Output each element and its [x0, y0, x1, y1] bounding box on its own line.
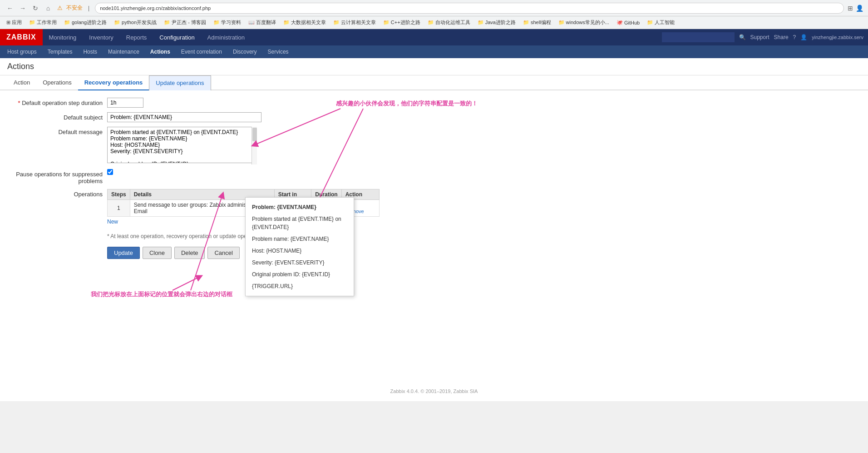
- tab-recovery-operations[interactable]: Recovery operations: [78, 75, 149, 90]
- profile-icon[interactable]: 👤: [856, 5, 863, 12]
- menu-monitoring[interactable]: Monitoring: [43, 29, 83, 45]
- subnav-templates[interactable]: Templates: [42, 45, 78, 58]
- top-nav-right: 🔍 Support Share ? 👤 yinzhengjie.zabbix.s…: [662, 32, 868, 42]
- extensions-icon[interactable]: ⊞: [848, 5, 853, 12]
- warning-row: * At least one operation, recovery opera…: [7, 229, 861, 239]
- textarea-scrollbar[interactable]: [252, 127, 257, 164]
- menu-configuration[interactable]: Configuration: [153, 29, 201, 45]
- default-subject-input[interactable]: [107, 112, 261, 122]
- tab-update-operations[interactable]: Update operations: [149, 75, 211, 90]
- scrollbar-thumb: [252, 128, 257, 141]
- step-duration-label: Default operation step duration: [7, 98, 107, 106]
- page-heading: Actions: [0, 58, 868, 75]
- subnav-hosts[interactable]: Hosts: [78, 45, 103, 58]
- zabbix-app: ZABBIX Monitoring Inventory Reports Conf…: [0, 29, 868, 401]
- bookmark-python[interactable]: 📁 python开发实战: [111, 18, 159, 27]
- user-icon[interactable]: 👤: [800, 34, 807, 40]
- bookmark-common[interactable]: 📁 工作常用: [26, 18, 59, 27]
- bookmark-ai[interactable]: 📁 人工智能: [644, 18, 677, 27]
- tabs-bar: Action Operations Recovery operations Up…: [0, 75, 868, 90]
- button-row: Update Clone Delete Cancel: [107, 247, 861, 259]
- new-operation-link[interactable]: New: [107, 219, 118, 225]
- bookmark-yin[interactable]: 📁 尹正杰 - 博客园: [161, 18, 209, 27]
- page-title: Actions: [7, 62, 861, 71]
- back-button[interactable]: ←: [5, 3, 15, 14]
- subnav-actions[interactable]: Actions: [145, 45, 176, 58]
- top-search-input[interactable]: [662, 32, 735, 42]
- menu-reports[interactable]: Reports: [120, 29, 153, 45]
- search-icon[interactable]: 🔍: [739, 34, 746, 40]
- main-content: Default operation step duration Default …: [0, 90, 868, 363]
- pause-operations-label: Pause operations for suppressed problems: [7, 169, 107, 184]
- support-link[interactable]: Support: [750, 34, 769, 40]
- username-label: yinzhengjie.zabbix.serv: [812, 35, 863, 40]
- menu-inventory[interactable]: Inventory: [83, 29, 119, 45]
- default-subject-label: Default subject: [7, 112, 107, 121]
- tooltip-title: Problem: {EVENT.NAME}: [252, 203, 347, 211]
- address-bar[interactable]: [95, 3, 844, 14]
- operations-section: Operations Steps Details Start in Durati…: [7, 189, 861, 225]
- default-message-textarea[interactable]: Problem started at {EVENT.TIME} on {EVEN…: [107, 127, 257, 163]
- operations-label: Operations: [7, 189, 107, 198]
- bookmark-cpp[interactable]: 📁 C++进阶之路: [380, 18, 423, 27]
- default-message-label: Default message: [7, 127, 107, 135]
- subnav-event-correlation[interactable]: Event correlation: [176, 45, 227, 58]
- tooltip-line-5: {TRIGGER.URL}: [252, 282, 347, 290]
- bookmark-study[interactable]: 📁 学习资料: [211, 18, 244, 27]
- home-button[interactable]: ⌂: [43, 3, 54, 14]
- security-warning-icon: ⚠: [57, 5, 63, 11]
- pause-operations-row: Pause operations for suppressed problems: [7, 169, 861, 184]
- subnav-services[interactable]: Services: [262, 45, 294, 58]
- bookmark-cloud[interactable]: 📁 云计算相关文章: [330, 18, 379, 27]
- sub-nav: Host groups Templates Hosts Maintenance …: [0, 45, 868, 58]
- tooltip-line-3: Severity: {EVENT.SEVERITY}: [252, 259, 347, 267]
- tooltip-line-2: Host: {HOST.NAME}: [252, 247, 347, 255]
- bookmark-bigdata[interactable]: 📁 大数据相关文章: [281, 18, 329, 27]
- forward-button[interactable]: →: [17, 3, 28, 14]
- default-message-row: Default message Problem started at {EVEN…: [7, 127, 861, 164]
- bookmarks-bar: ⊞ 应用 📁 工作常用 📁 golang进阶之路 📁 python开发实战 📁 …: [0, 16, 868, 29]
- top-menu: Monitoring Inventory Reports Configurati…: [43, 29, 662, 45]
- bookmark-devops[interactable]: 📁 自动化运维工具: [425, 18, 473, 27]
- tooltip-popup: Problem: {EVENT.NAME} Problem started at…: [245, 197, 354, 296]
- security-label: 不安全: [66, 4, 83, 12]
- default-subject-row: Default subject: [7, 112, 861, 122]
- url-separator: |: [88, 5, 89, 11]
- menu-administration[interactable]: Administration: [201, 29, 251, 45]
- tab-action[interactable]: Action: [7, 75, 36, 90]
- bookmark-apps[interactable]: ⊞ 应用: [4, 18, 25, 27]
- row-step: 1: [108, 200, 130, 217]
- pause-checkbox-field: [107, 169, 113, 175]
- subnav-host-groups[interactable]: Host groups: [2, 45, 42, 58]
- bookmark-baidu[interactable]: 📖 百度翻译: [246, 18, 279, 27]
- browser-actions[interactable]: ⊞ 👤: [848, 5, 863, 12]
- bookmark-github[interactable]: 🐙 GitHub: [614, 19, 642, 26]
- share-link[interactable]: Share: [774, 34, 789, 40]
- tab-operations[interactable]: Operations: [36, 75, 78, 90]
- page-footer: Zabbix 4.0.4. © 2001–2019, Zabbix SIA: [0, 381, 868, 401]
- nav-buttons[interactable]: ← → ↻ ⌂: [5, 3, 54, 14]
- help-link[interactable]: ?: [793, 34, 796, 40]
- bookmark-java[interactable]: 📁 Java进阶之路: [475, 18, 518, 27]
- step-duration-row: Default operation step duration: [7, 98, 861, 108]
- bookmark-shell[interactable]: 📁 shell编程: [520, 18, 554, 27]
- subnav-maintenance[interactable]: Maintenance: [103, 45, 145, 58]
- message-textarea-wrapper: Problem started at {EVENT.TIME} on {EVEN…: [107, 127, 257, 164]
- top-nav: ZABBIX Monitoring Inventory Reports Conf…: [0, 29, 868, 45]
- browser-bar: ← → ↻ ⌂ ⚠ 不安全 | ⊞ 👤: [0, 0, 868, 16]
- reload-button[interactable]: ↻: [30, 3, 41, 14]
- subnav-discovery[interactable]: Discovery: [227, 45, 262, 58]
- step-duration-input[interactable]: [107, 98, 143, 108]
- delete-button[interactable]: Delete: [174, 247, 205, 259]
- footer-text: Zabbix 4.0.4. © 2001–2019, Zabbix SIA: [390, 388, 478, 394]
- update-button[interactable]: Update: [107, 247, 140, 259]
- pause-checkbox[interactable]: [107, 169, 113, 175]
- zabbix-logo: ZABBIX: [0, 29, 43, 45]
- clone-button[interactable]: Clone: [143, 247, 172, 259]
- tooltip-line-0: Problem started at {EVENT.TIME} on {EVEN…: [252, 215, 347, 231]
- bookmark-golang[interactable]: 📁 golang进阶之路: [61, 18, 109, 27]
- tooltip-line-1: Problem name: {EVENT.NAME}: [252, 235, 347, 243]
- cancel-button[interactable]: Cancel: [207, 247, 239, 259]
- bookmark-windows[interactable]: 📁 windows常见的小...: [556, 18, 612, 27]
- tooltip-line-4: Original problem ID: {EVENT.ID}: [252, 270, 347, 279]
